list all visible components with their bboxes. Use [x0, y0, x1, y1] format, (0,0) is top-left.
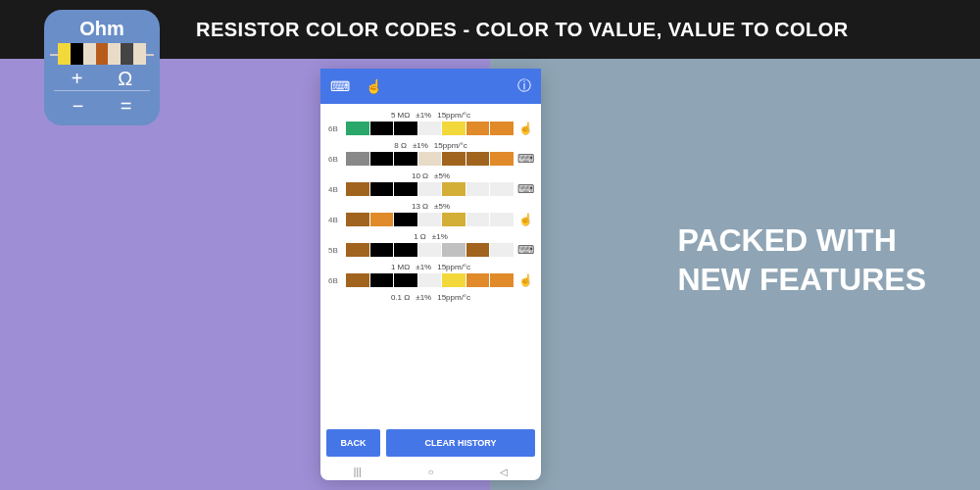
- entry-value-label: 13 Ω±5%: [328, 202, 533, 211]
- color-bands: [346, 243, 514, 257]
- footer-buttons: BACK CLEAR HISTORY: [320, 423, 541, 463]
- entry-type-icon: ☝: [517, 122, 533, 135]
- back-button[interactable]: BACK: [326, 429, 380, 457]
- color-bands: [346, 213, 514, 226]
- history-entry[interactable]: 5 MΩ±1%15ppm/°c6B☝: [320, 108, 541, 138]
- nav-recent-icon[interactable]: |||: [354, 466, 362, 477]
- history-list[interactable]: 5 MΩ±1%15ppm/°c6B☝8 Ω±1%15ppm/°c6B⌨10 Ω±…: [320, 104, 541, 423]
- omega-icon: Ω: [118, 68, 132, 90]
- band-count-label: 4B: [328, 185, 342, 194]
- history-entry[interactable]: 1 Ω±1%5B⌨: [320, 229, 541, 260]
- clear-history-button[interactable]: CLEAR HISTORY: [386, 429, 535, 457]
- color-bands: [346, 304, 514, 318]
- entry-value-label: 8 Ω±1%15ppm/°c: [328, 141, 533, 150]
- tagline-line2: NEW FEATURES: [677, 260, 926, 299]
- info-icon[interactable]: ⓘ: [517, 77, 531, 95]
- calculator-icon[interactable]: ⌨: [330, 78, 350, 94]
- icon-symbols-row1: + Ω: [54, 68, 150, 90]
- entry-value-label: 5 MΩ±1%15ppm/°c: [328, 111, 533, 120]
- equals-icon: =: [121, 95, 132, 118]
- history-entry[interactable]: 1 MΩ±1%15ppm/°c6B☝: [320, 260, 541, 290]
- history-entry[interactable]: 8 Ω±1%15ppm/°c6B⌨: [320, 138, 541, 169]
- phone-screenshot: ⌨ ☝ ⓘ 5 MΩ±1%15ppm/°c6B☝8 Ω±1%15ppm/°c6B…: [320, 69, 541, 480]
- entry-value-label: 1 Ω±1%: [328, 232, 533, 241]
- band-count-label: 6B: [328, 124, 342, 133]
- history-entry[interactable]: 0.1 Ω±1%15ppm/°c: [320, 290, 541, 320]
- app-toolbar: ⌨ ☝ ⓘ: [320, 69, 541, 104]
- entry-type-icon: ☝: [517, 213, 533, 226]
- color-bands: [346, 152, 514, 166]
- band-count-label: 6B: [328, 155, 342, 164]
- history-entry[interactable]: 13 Ω±5%4B☝: [320, 199, 541, 229]
- color-bands: [346, 273, 514, 287]
- app-icon: Ohm + Ω − =: [44, 10, 160, 125]
- page-title: RESISTOR COLOR CODES - COLOR TO VALUE, V…: [196, 19, 849, 41]
- entry-type-icon: ⌨: [517, 152, 533, 166]
- android-nav-bar: ||| ○ ◁: [320, 463, 541, 480]
- minus-icon: −: [73, 95, 84, 118]
- nav-back-icon[interactable]: ◁: [500, 466, 508, 477]
- icon-symbols-row2: − =: [54, 90, 150, 118]
- history-entry[interactable]: 10 Ω±5%4B⌨: [320, 169, 541, 199]
- entry-type-icon: ⌨: [517, 182, 533, 196]
- color-bands: [346, 182, 514, 196]
- resistor-graphic: [58, 43, 146, 65]
- tagline-line1: PACKED WITH: [677, 220, 926, 260]
- entry-value-label: 1 MΩ±1%15ppm/°c: [328, 263, 533, 271]
- plus-icon: +: [72, 68, 83, 90]
- band-count-label: 4B: [328, 216, 342, 224]
- entry-value-label: 10 Ω±5%: [328, 172, 533, 180]
- band-count-label: 5B: [328, 246, 342, 255]
- entry-value-label: 0.1 Ω±1%15ppm/°c: [328, 293, 533, 302]
- band-count-label: 6B: [328, 276, 342, 285]
- tagline: PACKED WITH NEW FEATURES: [677, 220, 926, 299]
- nav-home-icon[interactable]: ○: [427, 466, 433, 477]
- touch-icon[interactable]: ☝: [366, 78, 382, 94]
- entry-type-icon: ⌨: [517, 243, 533, 257]
- icon-label: Ohm: [79, 18, 124, 40]
- color-bands: [346, 122, 514, 135]
- entry-type-icon: ☝: [517, 273, 533, 287]
